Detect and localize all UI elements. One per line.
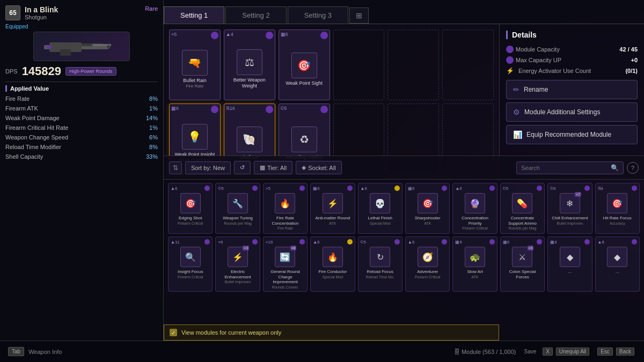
max-capacity-value: +0 [631,57,638,63]
current-weapon-checkbox-label: View modules for current weapon only [181,329,281,336]
module-list-item[interactable]: ▲6 🔥 Fire Conductor Special Mod [310,237,355,292]
tier-filter-button[interactable]: ▦ Tier: All [254,161,292,174]
weapon-gun-icon [39,34,125,58]
divider-1 [5,82,158,82]
equipped-module-slot[interactable]: ▦6 🎯 Weak Point Sight [279,29,330,100]
mod-top: ×16 [266,239,305,245]
module-additional-settings-button[interactable]: ⚙ Module Additional Settings [506,102,638,122]
sort-order-toggle[interactable]: ⇅ [169,161,182,174]
max-capacity-label: Max Capacity UP [506,56,561,64]
module-name: Bullet Rain [183,78,207,84]
module-socket-badge [320,32,328,39]
mod-icon: 🔥 [323,247,343,267]
module-list-item[interactable]: ▦6 ⚔ ×3 Colon Special Forces [500,237,545,292]
dps-row: DPS 145829 High-Power Rounds [5,64,158,78]
mod-icon: 🎯 [607,193,627,213]
current-weapon-checkbox[interactable]: ✓ [170,329,177,336]
module-list-item[interactable]: ▦8 ◆ ... [547,237,592,292]
mod-top: ©6 [550,186,589,191]
module-list-item[interactable]: ▲8 ◆ ... [595,237,640,292]
mod-name: Fire Rate Concentration [266,216,305,226]
weapon-name: In a Blink [25,5,141,14]
stat-value: 8% [149,95,158,102]
mod-name: Colon Special Forces [503,269,542,279]
mod-subtype: ATK [424,221,431,225]
module-list-item[interactable]: ©6 ❄ ×7 Chill Enhancement Bullet Improve… [547,183,592,234]
module-list-item[interactable]: ©5 🔧 Weapon Tuning Rounds per Mag [215,183,260,234]
tab-bar: Setting 1 Setting 2 Setting 3 ⊞ [164,0,644,24]
mod-icon: ⚡ ×3 [228,247,248,267]
mod-socket-dot [442,239,447,245]
refresh-button[interactable]: ↺ [234,161,251,174]
equip-recommended-button[interactable]: 📊 Equip Recommended Module [506,125,638,144]
mod-tier: ▦6 [455,240,462,245]
module-list-item[interactable]: ×16 🔄 ×8 General Round Charge Improvemen… [263,237,308,292]
mod-icon: 🔄 ×8 [275,247,295,267]
mod-subtype: Firearm Critical [178,275,203,279]
module-icon: 💡 [182,124,208,150]
module-list-item[interactable]: ▲6 💀 Lethal Finish Special Mod [358,183,402,234]
rename-button[interactable]: ✏ Rename [506,80,638,99]
mod-subtype: Bullet Improven [557,221,583,225]
module-list-item[interactable]: ©5 ↻ Reload Focus Reload Time Mo. [358,237,402,292]
save-action[interactable]: Save [524,349,536,354]
details-title: Details [506,31,638,39]
tab-grid-icon[interactable]: ⊞ [349,8,369,24]
tab-setting-2[interactable]: Setting 2 [225,6,286,24]
search-input[interactable] [521,165,608,171]
tab-setting-3[interactable]: Setting 3 [288,6,348,24]
mod-icon: 🔥 [275,193,295,213]
mod-socket-dot [204,186,210,191]
mod-name: Slow Art [467,269,482,275]
tab-setting-1[interactable]: Setting 1 [164,6,224,24]
equipped-module-slot[interactable] [333,29,385,100]
left-panel: 65 In a Blink Shotgun Rare Equipped DPS … [0,0,164,362]
sort-by-button[interactable]: Sort by: New [185,161,231,174]
equipped-module-slot[interactable]: ×5 🔫 Bullet Rain Fire Rate [169,29,221,100]
mod-tier: ©5 [218,186,223,191]
mod-name: Lethal Finish [368,216,392,221]
module-list-item[interactable]: ℝ4 🎯 Hit Rate Focus Accuracy [595,183,640,234]
module-icon: 🔫 [182,50,208,76]
back-action[interactable]: Esc Back [597,349,636,354]
module-tier: ©5 [281,106,287,111]
socket-filter-button[interactable]: ◈ Socket: All [296,161,341,174]
module-list-item[interactable]: ©5 💊 Concentrate Support Ammo Rounds per… [500,183,545,234]
bottom-bar: Tab Weapon Info 🗄 Module (563 / 1,000) S… [0,341,644,362]
mod-top: ▲6 [171,186,210,191]
module-tier: ▲4 [226,32,233,37]
mod-tier: ℝ4 [598,186,603,191]
mod-socket-dot [584,239,590,245]
module-socket-badge [320,106,328,113]
capacity-icon [506,46,514,53]
module-list-item[interactable]: ▲11 🔍 Insight Focus Firearm Critical [168,237,213,292]
unequip-action[interactable]: X Unequip All [543,349,591,354]
module-list-item[interactable]: ▦6 🎯 Sharpshooter ATK [405,183,450,234]
equipped-module-slot[interactable]: ▲4 ⚖ Better Weapon Weight [224,29,275,100]
equipped-module-slot[interactable] [442,29,494,100]
equipped-module-slot[interactable] [387,29,439,100]
mod-tier: ▦8 [550,240,557,245]
module-capacity-label: Module Capacity [506,46,560,53]
search-icon[interactable]: 🔍 [611,164,619,172]
stat-row: Firearm Critical Hit Rate1% [5,123,158,132]
mod-top: ▲6 [313,239,352,245]
mod-subtype: Bullet Improven [225,280,251,284]
mod-socket-dot [442,186,447,191]
module-list-item[interactable]: ×5 🔥 Fire Rate Concentration Fire Rate [263,183,308,234]
module-list-item[interactable]: ▦6 🐢 Slow Art ATK [452,237,497,292]
module-name: Weak Point Sight [286,80,323,86]
module-capacity-value: 42 / 45 [619,46,638,53]
module-list-item[interactable]: ×6 ⚡ ×3 Electric Enhancement Bullet Impr… [215,237,260,292]
mod-name: General Round Charge Improvement [266,269,305,285]
module-list-item[interactable]: ▦6 ⚡ Anti-matter Round ATK [310,183,355,234]
module-list-item[interactable]: ▲6 🎯 Edging Shot Firearm Critical [168,183,213,234]
mod-socket-dot [347,239,353,245]
mod-top: ▦6 [503,239,542,245]
module-list-item[interactable]: ▲6 🧭 Adventurer Firearm Critical [405,237,450,292]
help-button[interactable]: ? [627,162,639,174]
module-list-item[interactable]: ▲6 🔮 Concentration Priority Firearm Crit… [452,183,497,234]
mod-tier: ©5 [361,240,366,245]
mod-icon: ⚡ [323,193,343,213]
module-tier: ℝ16 [226,106,235,111]
